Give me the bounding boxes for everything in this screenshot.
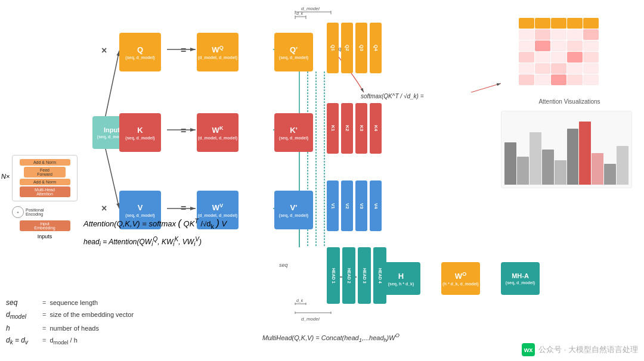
WV-label: WV [212,203,223,212]
Q-matrix: Q (seq, d_model) [119,33,161,71]
V-heads: V1 V2 V3 V4 [327,181,382,231]
K2-head: K2 [341,103,353,154]
V2-head: V2 [341,181,353,231]
attn-cell [583,41,599,51]
svg-text:×: × [101,203,107,213]
attn-barchart [501,111,632,188]
inputs-label: Inputs [12,234,78,239]
arch-diagram: N× Add & Norm FeedForward Add & Norm Mul… [6,155,83,286]
K-matrix: K (seq, d_model) [119,113,161,152]
Vprime-dim: (seq, d_model) [279,213,308,217]
attn-cell [583,52,599,63]
V1-head: V1 [327,181,339,231]
legend-seq-eq: = [42,299,46,306]
legend-dmodel-eq: = [42,311,46,318]
V-dim: (seq, d_model) [125,213,154,217]
attn-cell [535,29,550,40]
svg-text:softmax(QK^T / √d_k) =: softmax(QK^T / √d_k) = [361,93,424,99]
watermark-text: 公众号 · 大模型自然语言处理 [538,344,638,355]
attn-cell [567,74,583,85]
Kprime-label: K' [290,126,297,135]
attn-title: Attention Visualizations [501,98,638,105]
svg-text:seq: seq [279,262,288,268]
attn-cell [551,52,566,63]
input-embedding: InputEmbedding [20,220,70,231]
svg-text:=: = [181,45,186,55]
multi-head-attention: Multi-HeadAttention [20,186,70,197]
K-dim: (seq, d_model) [125,136,154,140]
legend-dk: dk = dv = dmodel / h [6,336,185,346]
attn-cell [567,18,583,29]
Q4-head: Q4 [370,23,382,73]
multihead-formula: MultiHead(Q,K,V) = Concat(head1,...headh… [262,332,400,343]
HEAD1: HEAD 1 [327,247,340,304]
svg-text:d_model: d_model [301,316,320,322]
Qprime-matrix: Q' (seq, d_model) [274,33,313,71]
legend-h: h = number of heads [6,324,185,332]
feed-forward: FeedForward [24,167,66,178]
attn-matrix [519,18,638,85]
attn-cell [535,63,550,74]
Q2-head: Q2 [341,23,353,73]
Q-heads: Q1 Q2 Q3 Q4 [327,23,382,73]
K-heads: K1 K2 K3 K4 [327,103,382,154]
attention-formula: Attention(Q,K,V) = softmax ( QKT /√dk ) … [83,217,316,230]
wechat-icon: wx [522,343,535,356]
WK-label: WK [212,125,224,135]
attn-cell [567,63,583,74]
legend-dmodel-desc: size of the embedding vector [49,311,134,318]
HEAD3: HEAD 3 [358,247,371,304]
attn-cell [519,52,534,63]
svg-text:=: = [181,203,186,213]
attn-cell [519,41,534,51]
bar [530,132,541,185]
input-label: Input [104,126,120,133]
attn-cell [567,52,583,63]
legend-seq-var: seq [6,298,39,307]
attn-cell [519,29,534,40]
K-label: K [137,126,143,135]
add-norm-bottom: Add & Norm [20,179,70,185]
attn-cell [551,63,566,74]
Qprime-dim: (seq, d_model) [279,55,308,60]
K1-head: K1 [327,103,339,154]
legend-h-var: h [6,324,39,332]
H-dim: (seq, h * d_k) [388,282,414,286]
legend-seq-desc: sequence length [49,299,98,306]
legend-h-eq: = [42,325,46,332]
bar [555,160,566,185]
Q3-head: Q3 [355,23,367,73]
Q-label: Q [137,45,143,54]
attn-cell [567,41,583,51]
WQ-label: WQ [212,45,223,54]
V4-head: V4 [370,181,382,231]
svg-line-21 [471,83,501,92]
WO-label: WO [455,271,466,281]
MHA-matrix: MH-A (seq, d_model) [501,262,540,295]
legend-dmodel-var: dmodel [6,310,39,320]
watermark: wx 公众号 · 大模型自然语言处理 [522,343,638,356]
bar [592,153,603,185]
Q-dim: (seq, d_model) [125,55,154,60]
attn-cell [567,29,583,40]
MHA-dim: (seq, d_model) [506,281,535,285]
attn-cell [551,41,566,51]
attention-viz: Attention Visualizations [501,9,638,188]
HEAD2: HEAD 2 [342,247,355,304]
nx-label: N× [1,173,10,180]
main-container: N× Add & Norm FeedForward Add & Norm Mul… [0,0,644,361]
Kprime-dim: (seq, d_model) [279,136,308,140]
attn-cell [519,74,534,85]
attn-cell [551,74,566,85]
bar [567,129,579,185]
bar [504,142,516,185]
svg-text:d_model: d_model [301,6,320,11]
pe-circle: + [12,206,24,218]
positional-encoding: + PositionalEncoding [12,206,78,218]
bar [542,150,554,185]
WK-dim: (d_model, d_model) [198,136,237,140]
formulas-section: Attention(Q,K,V) = softmax ( QKT /√dk ) … [83,217,316,247]
WO-dim: (h * d_k, d_model) [442,282,478,286]
svg-text:×: × [101,45,107,55]
attn-cell [519,18,534,29]
